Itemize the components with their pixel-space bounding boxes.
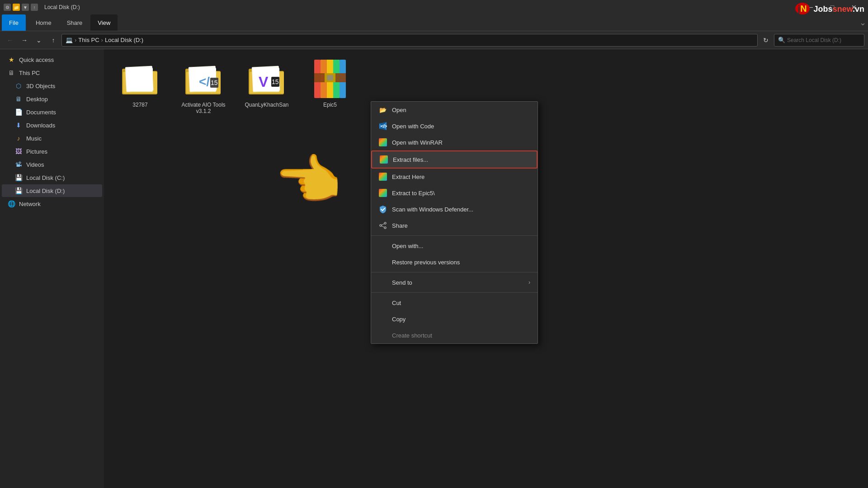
sidebar-item-this-pc[interactable]: 🖥 This PC [2,66,102,79]
context-menu: 📂 Open </> Open with Code [371,101,538,344]
sidebar-label-network: Network [19,201,41,207]
ctx-open-winrar-label: Open with WinRAR [392,139,530,146]
open-icon: 📂 [378,105,387,114]
vscode-icon: </> [378,122,387,131]
sidebar-label-music: Music [26,135,42,142]
ctx-cut-label: Cut [392,300,530,306]
sidebar-item-desktop[interactable]: 🖥 Desktop [2,93,102,105]
up-button[interactable]: ↑ [47,34,60,47]
tab-view[interactable]: View [90,14,118,31]
forward-button[interactable]: → [18,34,31,47]
ctx-cut[interactable]: Cut [371,295,538,311]
disk-d-icon: 💾 [14,187,23,195]
ctx-open-code-label: Open with Code [392,123,530,130]
sidebar-label-downloads: Downloads [26,122,55,129]
share-icon [378,221,387,230]
ctx-restore[interactable]: Restore previous versions [371,254,538,270]
file-label-activate: Activate AIO Tools v3.1.2 [180,102,227,114]
music-icon: ♪ [14,134,23,142]
watermark-new: new [837,5,853,14]
content-area: 32787 </> 15 Ac [104,49,868,488]
extract-here-icon [378,172,387,181]
recent-locations-button[interactable]: ⌄ [33,34,45,47]
file-item-32787[interactable]: 32787 [113,58,167,112]
tab-share[interactable]: Share [60,14,90,31]
svg-rect-4 [127,68,153,92]
ribbon-expand-icon[interactable]: ⌄ [859,18,866,28]
ctx-open[interactable]: 📂 Open [371,102,538,118]
sidebar-item-downloads[interactable]: ⬇ Downloads [2,119,102,131]
sidebar-item-disk-c[interactable]: 💾 Local Disk (C:) [2,171,102,184]
ctx-shortcut-label: Create shortcut [392,332,530,339]
back-button[interactable]: ← [4,34,16,47]
sidebar-item-network[interactable]: 🌐 Network [2,197,102,210]
ctx-copy[interactable]: Copy [371,311,538,327]
disk-c-icon: 💾 [14,174,23,182]
sidebar-label-desktop: Desktop [26,96,48,103]
sidebar: ★ Quick access 🖥 This PC ⬡ 3D Objects 🖥 … [0,49,104,488]
ctx-create-shortcut[interactable]: Create shortcut [371,327,538,343]
sidebar-label-quick-access: Quick access [19,56,54,63]
sidebar-item-music[interactable]: ♪ Music [2,132,102,145]
extract-files-icon [379,155,388,164]
sidebar-item-pictures[interactable]: 🖼 Pictures [2,145,102,158]
3d-icon: ⬡ [14,82,23,90]
open-with-icon [378,241,387,250]
svg-point-33 [384,227,386,229]
sidebar-item-videos[interactable]: 📽 Videos [2,158,102,171]
send-to-arrow-icon: › [528,279,530,286]
ctx-extract-to-label: Extract to Epic5\ [392,190,530,197]
search-box[interactable]: 🔍 Search Local Disk (D:) [774,34,864,47]
svg-text:15: 15 [272,78,279,85]
ctx-extract-files[interactable]: Extract files... [371,150,538,169]
title-bar: ⚙ 📁 ▼ ↑ Local Disk (D:) ─ □ ✕ jN Jobssne… [0,0,868,14]
ctx-open-winrar[interactable]: Open with WinRAR [371,134,538,150]
tab-file[interactable]: File [2,14,26,31]
svg-point-32 [380,225,382,226]
desktop-icon: 🖥 [14,95,23,103]
address-path[interactable]: 💻 › This PC › Local Disk (D:) [61,34,758,47]
svg-point-31 [384,222,386,224]
svg-text:V: V [259,74,269,90]
ctx-send-to[interactable]: Send to › [371,274,538,291]
tab-home[interactable]: Home [28,14,59,31]
videos-icon: 📽 [14,160,23,169]
ctx-extract-files-label: Extract files... [393,156,529,163]
shortcut-icon [378,331,387,340]
file-item-activate[interactable]: </> 15 Activate AIO Tools v3.1.2 [176,58,231,118]
sidebar-item-documents[interactable]: 📄 Documents [2,106,102,118]
refresh-button[interactable]: ↻ [760,34,772,47]
path-part-thispc: This PC [78,37,99,43]
app-icon-1: ⚙ [4,4,11,11]
ctx-extract-to[interactable]: Extract to Epic5\ [371,185,538,201]
sidebar-label-videos: Videos [26,161,44,168]
sidebar-item-quick-access[interactable]: ★ Quick access [2,53,102,66]
app-icon-2: 📁 [13,4,20,11]
watermark: jN Jobssnew.vn [795,4,864,14]
sidebar-item-3d-objects[interactable]: ⬡ 3D Objects [2,80,102,92]
ctx-send-to-label: Send to [392,279,524,286]
svg-line-34 [382,224,384,225]
file-label-epic: Epic5 [323,102,337,108]
main-layout: ★ Quick access 🖥 This PC ⬡ 3D Objects 🖥 … [0,49,868,488]
ctx-open-with[interactable]: Open with... [371,238,538,254]
file-item-quan[interactable]: V 15 QuanLyKhachSan [240,58,294,112]
ctx-scan[interactable]: Scan with Windows Defender... [371,201,538,217]
sidebar-item-disk-d[interactable]: 💾 Local Disk (D:) [2,184,102,197]
sidebar-label-disk-d: Local Disk (D:) [26,188,65,194]
sidebar-label-this-pc: This PC [19,70,40,76]
ctx-separator-1 [371,235,538,236]
address-bar: ← → ⌄ ↑ 💻 › This PC › Local Disk (D:) ↻ … [0,31,868,49]
svg-line-35 [382,226,384,227]
star-icon: ★ [7,56,15,64]
file-label-32787: 32787 [132,102,147,108]
restore-icon [378,258,387,267]
send-to-icon [378,278,387,287]
ctx-scan-label: Scan with Windows Defender... [392,206,530,213]
svg-text:15: 15 [211,79,218,86]
ctx-share[interactable]: Share [371,217,538,234]
file-item-epic-rar[interactable]: Epic5 [303,58,357,112]
ctx-open-code[interactable]: </> Open with Code [371,118,538,134]
ctx-extract-here[interactable]: Extract Here [371,169,538,185]
ctx-copy-label: Copy [392,316,530,323]
